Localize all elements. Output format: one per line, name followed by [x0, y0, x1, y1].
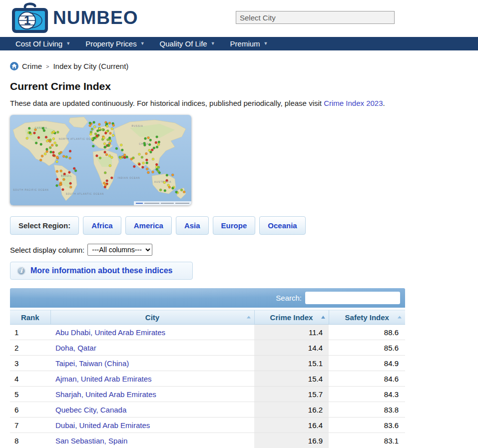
- rank-cell: 6: [10, 402, 50, 418]
- rank-cell: 7: [10, 418, 50, 433]
- nav-item-label: Cost Of Living: [15, 39, 62, 48]
- sort-ascending-icon: [398, 316, 402, 319]
- svg-text:AUSTRALIA: AUSTRALIA: [154, 181, 172, 183]
- home-icon[interactable]: [10, 62, 18, 70]
- safety-index-cell: 84.9: [329, 356, 405, 371]
- table-row: 4Ajman, United Arab Emirates15.484.6: [10, 371, 405, 387]
- safety-index-cell: 85.6: [329, 340, 405, 356]
- region-button-africa[interactable]: Africa: [83, 216, 121, 235]
- nav-item-label: Property Prices: [85, 39, 137, 48]
- column-header-city[interactable]: City: [50, 310, 254, 325]
- safety-index-cell: 84.6: [329, 371, 405, 387]
- chevron-down-icon: ▼: [140, 41, 145, 46]
- breadcrumb: Crime > Index by City (Current): [10, 62, 468, 70]
- search-label: Search:: [276, 294, 302, 302]
- select-region-label: Select Region:: [10, 216, 79, 235]
- page-title: Current Crime Index: [10, 80, 468, 92]
- table-row: 5Sharjah, United Arab Emirates15.784.3: [10, 387, 405, 402]
- crime-index-cell: 14.4: [254, 340, 329, 356]
- sort-ascending-icon: [247, 316, 251, 319]
- column-header-label: Rank: [21, 313, 39, 322]
- column-header-crime-index[interactable]: Crime Index: [254, 310, 329, 325]
- table-body: 1Abu Dhabi, United Arab Emirates11.488.6…: [10, 325, 405, 448]
- safety-index-cell: 83.6: [329, 418, 405, 433]
- table-header: RankCityCrime IndexSafety Index: [10, 310, 405, 325]
- city-link[interactable]: Ajman, United Arab Emirates: [50, 371, 254, 387]
- city-link[interactable]: Doha, Qatar: [50, 340, 254, 356]
- numbeo-logo-icon: 1: [10, 2, 50, 34]
- table-search-input[interactable]: [305, 292, 400, 304]
- safety-index-cell: 84.3: [329, 387, 405, 402]
- svg-text:BRAZIL: BRAZIL: [61, 175, 72, 177]
- intro-text: These data are updated continuously. For…: [10, 99, 468, 107]
- region-button-oceania[interactable]: Oceania: [259, 216, 305, 235]
- crime-index-cell: 16.9: [254, 433, 329, 448]
- city-link[interactable]: Taipei, Taiwan (China): [50, 356, 254, 371]
- world-map-svg: CANADARUSSIACHINABRAZILAUSTRALIANORTH AT…: [10, 115, 191, 205]
- crime-index-cell: 15.4: [254, 371, 329, 387]
- table-row: 8San Sebastian, Spain16.983.1: [10, 433, 405, 448]
- column-header-safety-index[interactable]: Safety Index: [329, 310, 405, 325]
- column-header-label: Safety Index: [345, 313, 389, 322]
- region-button-america[interactable]: America: [125, 216, 172, 235]
- rank-cell: 8: [10, 433, 50, 448]
- rank-cell: 2: [10, 340, 50, 356]
- intro-prefix: These data are updated continuously. For…: [10, 99, 324, 107]
- svg-text:RUSSIA: RUSSIA: [131, 125, 143, 127]
- nav-item-premium[interactable]: Premium▼: [223, 37, 276, 50]
- display-column-select[interactable]: ---All columns---: [87, 244, 152, 256]
- crime-index-2023-link[interactable]: Crime Index 2023: [324, 99, 383, 107]
- more-information-button[interactable]: i More information about these indices: [10, 262, 193, 280]
- column-header-rank[interactable]: Rank: [10, 310, 50, 325]
- crime-index-cell: 11.4: [254, 325, 329, 340]
- table-row: 7Dubai, United Arab Emirates16.483.6: [10, 418, 405, 433]
- main-nav: Cost Of Living▼Property Prices▼Quality O…: [0, 37, 478, 50]
- crime-index-cell: 16.2: [254, 402, 329, 418]
- nav-item-quality-of-life[interactable]: Quality Of Life▼: [152, 37, 223, 50]
- table-row: 6Quebec City, Canada16.283.8: [10, 402, 405, 418]
- chevron-down-icon: ▼: [264, 41, 268, 46]
- svg-text:INDIAN OCEAN: INDIAN OCEAN: [117, 177, 140, 179]
- world-map-image[interactable]: CANADARUSSIACHINABRAZILAUSTRALIANORTH AT…: [10, 115, 191, 205]
- nav-item-cost-of-living[interactable]: Cost Of Living▼: [8, 37, 78, 50]
- table-row: 1Abu Dhabi, United Arab Emirates11.488.6: [10, 325, 405, 340]
- crime-index-cell: 15.7: [254, 387, 329, 402]
- nav-item-property-prices[interactable]: Property Prices▼: [78, 37, 152, 50]
- breadcrumb-current: Index by City (Current): [53, 62, 128, 70]
- chevron-down-icon: ▼: [211, 41, 215, 46]
- select-city-input[interactable]: [236, 11, 395, 24]
- region-button-asia[interactable]: Asia: [176, 216, 209, 235]
- display-column-label: Select display column:: [10, 246, 84, 254]
- table-row: 2Doha, Qatar14.485.6: [10, 340, 405, 356]
- rank-cell: 1: [10, 325, 50, 340]
- display-column-row: Select display column: ---All columns---: [10, 244, 468, 256]
- rank-cell: 5: [10, 387, 50, 402]
- table-search-bar: Search:: [10, 288, 405, 308]
- region-filter-row: Select Region: AfricaAmericaAsiaEuropeOc…: [10, 216, 468, 235]
- column-header-label: City: [145, 313, 159, 322]
- breadcrumb-separator: >: [46, 63, 49, 69]
- crime-index-cell: 15.1: [254, 356, 329, 371]
- sort-ascending-icon: [321, 316, 325, 319]
- intro-suffix: .: [383, 99, 385, 107]
- breadcrumb-crime[interactable]: Crime: [22, 62, 42, 70]
- table-row: 3Taipei, Taiwan (China)15.184.9: [10, 356, 405, 371]
- rank-cell: 4: [10, 371, 50, 387]
- city-link[interactable]: Sharjah, United Arab Emirates: [50, 387, 254, 402]
- crime-index-cell: 16.4: [254, 418, 329, 433]
- region-button-europe[interactable]: Europe: [213, 216, 256, 235]
- numbeo-logo[interactable]: 1 NUMBEO: [10, 2, 138, 34]
- info-icon: i: [17, 267, 25, 275]
- crime-index-table: Search: RankCityCrime IndexSafety Index …: [10, 288, 405, 448]
- city-link[interactable]: Abu Dhabi, United Arab Emirates: [50, 325, 254, 340]
- page-content: Crime > Index by City (Current) Current …: [0, 62, 478, 448]
- site-header: 1 NUMBEO: [0, 0, 478, 37]
- city-link[interactable]: Quebec City, Canada: [50, 402, 254, 418]
- map-attribution: [134, 201, 191, 205]
- safety-index-cell: 83.1: [329, 433, 405, 448]
- city-link[interactable]: Dubai, United Arab Emirates: [50, 418, 254, 433]
- city-link[interactable]: San Sebastian, Spain: [50, 433, 254, 448]
- svg-text:SOUTH ATLANTIC OCEAN: SOUTH ATLANTIC OCEAN: [66, 193, 104, 195]
- safety-index-cell: 83.8: [329, 402, 405, 418]
- chevron-down-icon: ▼: [66, 41, 70, 46]
